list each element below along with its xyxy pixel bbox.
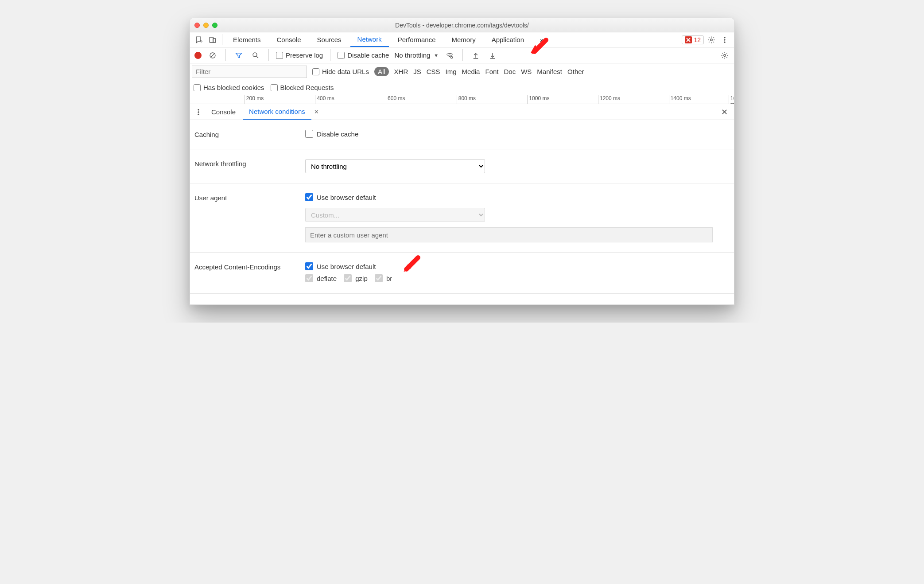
encoding-gzip-text: gzip <box>355 275 368 282</box>
throttling-label: Network throttling <box>194 159 296 167</box>
filter-type-img[interactable]: Img <box>446 68 457 75</box>
timeline-tick: 800 ms <box>457 95 476 104</box>
network-conditions-panel: Caching Disable cache Network throttling… <box>190 120 734 304</box>
tab-sources[interactable]: Sources <box>310 33 349 47</box>
divider <box>222 34 222 45</box>
svg-point-8 <box>450 56 453 58</box>
preserve-log-checkbox[interactable]: Preserve log <box>276 51 323 59</box>
timeline-tick: 200 ms <box>245 95 264 104</box>
kebab-menu-icon[interactable] <box>719 34 730 46</box>
has-blocked-cookies-checkbox[interactable]: Has blocked cookies <box>194 84 264 91</box>
encoding-gzip-checkbox: gzip <box>344 274 368 282</box>
svg-point-11 <box>198 109 199 110</box>
encoding-br-text: br <box>386 275 392 282</box>
svg-point-13 <box>198 113 199 115</box>
network-toolbar: Preserve log Disable cache No throttling… <box>190 47 734 63</box>
blocked-requests-checkbox[interactable]: Blocked Requests <box>271 84 334 91</box>
filter-row: Hide data URLs All XHR JS CSS Img Media … <box>190 63 734 80</box>
settings-gear-icon[interactable] <box>706 34 717 46</box>
svg-point-5 <box>724 41 726 43</box>
caching-disable-cache-checkbox[interactable]: Disable cache <box>305 130 358 138</box>
timeline-tick: 1400 ms <box>669 95 691 104</box>
network-settings-gear-icon[interactable] <box>719 50 730 61</box>
filter-type-font[interactable]: Font <box>485 68 498 75</box>
encodings-use-default-checkbox[interactable]: Use browser default <box>305 262 376 270</box>
timeline-tick: 1200 ms <box>598 95 620 104</box>
download-har-icon[interactable] <box>487 50 498 61</box>
divider <box>330 49 330 61</box>
svg-point-7 <box>253 53 257 57</box>
timeline-tick: 400 ms <box>315 95 334 104</box>
network-conditions-icon[interactable] <box>444 50 455 61</box>
drawer-tab-strip: Console Network conditions ✕ ✕ <box>190 104 734 120</box>
svg-point-4 <box>724 39 726 40</box>
encoding-deflate-text: deflate <box>317 275 337 282</box>
chevron-down-icon: ▼ <box>434 53 439 58</box>
filter-type-all[interactable]: All <box>374 67 389 76</box>
user-agent-label: User agent <box>194 193 296 202</box>
record-button[interactable] <box>194 52 202 59</box>
tab-network[interactable]: Network <box>350 32 389 47</box>
filter-type-css[interactable]: CSS <box>427 68 440 75</box>
filter-type-manifest[interactable]: Manifest <box>537 68 562 75</box>
timeline-tick: 1000 ms <box>527 95 549 104</box>
drawer-tab-console[interactable]: Console <box>205 105 242 119</box>
encoding-deflate-checkbox: deflate <box>305 274 337 282</box>
encodings-use-default-text: Use browser default <box>317 263 376 270</box>
maximize-window-button[interactable] <box>212 23 217 28</box>
filter-type-other[interactable]: Other <box>567 68 584 75</box>
close-window-button[interactable] <box>194 23 200 28</box>
drawer-tab-network-conditions[interactable]: Network conditions <box>243 104 311 120</box>
tab-application[interactable]: Application <box>485 33 531 47</box>
filter-type-xhr[interactable]: XHR <box>394 68 408 75</box>
svg-point-2 <box>710 39 713 41</box>
caching-disable-cache-text: Disable cache <box>317 130 358 138</box>
inspect-element-icon[interactable] <box>194 34 205 46</box>
drawer-menu-icon[interactable] <box>193 106 204 118</box>
tab-console[interactable]: Console <box>270 33 308 47</box>
clear-icon[interactable] <box>207 50 218 61</box>
has-blocked-cookies-label: Has blocked cookies <box>203 84 264 91</box>
svg-point-3 <box>724 37 726 38</box>
row-caching: Caching Disable cache <box>190 120 734 149</box>
devtools-window: DevTools - developer.chrome.com/tags/dev… <box>190 18 734 305</box>
filter-type-media[interactable]: Media <box>462 68 480 75</box>
ua-use-default-text: Use browser default <box>317 194 376 201</box>
timeline-ruler[interactable]: 200 ms 400 ms 600 ms 800 ms 1000 ms 1200… <box>190 95 734 104</box>
filter-type-js[interactable]: JS <box>413 68 421 75</box>
divider <box>268 49 269 61</box>
encoding-br-checkbox: br <box>375 274 392 282</box>
row-content-encodings: Accepted Content-Encodings Use browser d… <box>190 253 734 294</box>
tab-elements[interactable]: Elements <box>226 33 268 47</box>
error-count-badge[interactable]: 12 <box>682 35 704 44</box>
svg-point-12 <box>198 111 199 113</box>
main-tab-strip: Elements Console Sources Network Perform… <box>190 32 734 47</box>
error-count: 12 <box>694 36 701 43</box>
throttling-value: No throttling <box>394 51 430 59</box>
tab-performance[interactable]: Performance <box>391 33 443 47</box>
svg-point-9 <box>724 54 726 56</box>
ua-use-default-checkbox[interactable]: Use browser default <box>305 193 376 201</box>
throttling-select[interactable]: No throttling ▼ <box>394 51 439 59</box>
blocked-row: Has blocked cookies Blocked Requests <box>190 80 734 95</box>
drawer-close-icon[interactable]: ✕ <box>718 107 731 117</box>
disable-cache-label: Disable cache <box>347 51 389 59</box>
search-icon[interactable] <box>250 50 261 61</box>
drawer-tab-close-icon[interactable]: ✕ <box>314 109 319 115</box>
device-toolbar-icon[interactable] <box>207 34 218 46</box>
filter-input[interactable] <box>192 66 307 78</box>
error-icon <box>685 36 692 43</box>
hide-data-urls-label: Hide data URLs <box>322 68 369 75</box>
minimize-window-button[interactable] <box>203 23 209 28</box>
filter-type-ws[interactable]: WS <box>521 68 532 75</box>
row-throttling: Network throttling No throttling <box>190 149 734 183</box>
timeline-tick: 1600 ms <box>729 95 734 104</box>
upload-har-icon[interactable] <box>470 50 481 61</box>
disable-cache-checkbox[interactable]: Disable cache <box>338 51 389 59</box>
throttling-dropdown[interactable]: No throttling <box>305 159 485 173</box>
filter-type-doc[interactable]: Doc <box>504 68 516 75</box>
hide-data-urls-checkbox[interactable]: Hide data URLs <box>312 68 369 75</box>
ua-custom-input <box>305 227 713 242</box>
tab-memory[interactable]: Memory <box>445 33 483 47</box>
filter-toggle-icon[interactable] <box>233 50 245 61</box>
